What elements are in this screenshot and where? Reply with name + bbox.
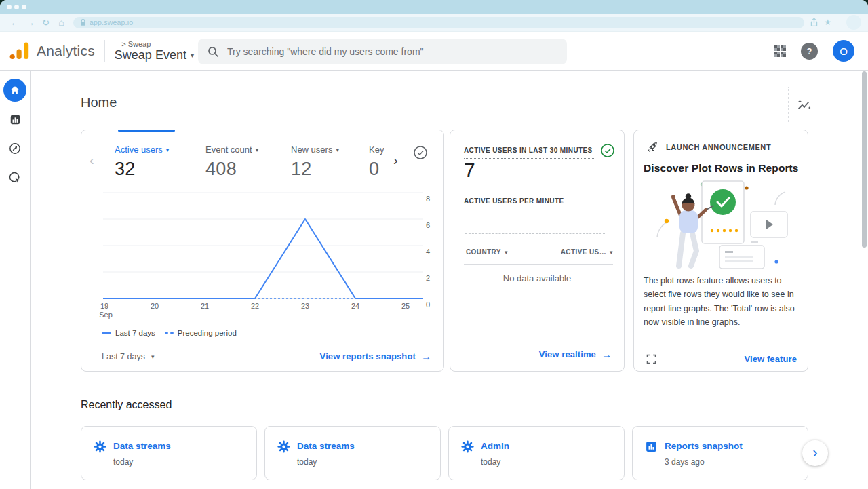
no-data-message: No data available	[450, 273, 624, 283]
svg-text:0: 0	[426, 300, 430, 309]
back-icon[interactable]: ←	[7, 18, 22, 27]
caret-down-icon: ▾	[166, 146, 170, 153]
view-reports-snapshot-link[interactable]: View reports snapshot→	[320, 351, 431, 362]
caret-down-icon: ▾	[336, 146, 339, 153]
active-users-column-header[interactable]: ACTIVE US…▾	[561, 248, 613, 256]
expand-icon[interactable]	[646, 354, 656, 364]
insights-panel-divider	[788, 87, 789, 123]
browser-window: ← → ↻ ⌂ app.sweap.io ★ Analytics -- > Sw…	[0, 0, 868, 489]
metric-selector[interactable]: Active users▾	[115, 144, 169, 155]
svg-text:6: 6	[426, 221, 430, 229]
svg-text:4: 4	[426, 248, 430, 256]
apps-grid-icon[interactable]	[774, 45, 786, 57]
announcement-body: The plot rows feature allows users to se…	[644, 274, 800, 329]
recent-item-time: today	[297, 457, 355, 467]
recent-item-data-streams-2[interactable]: Data streams today	[264, 426, 441, 480]
app-body: Home ‹ › Active users▾ 32 -	[0, 71, 868, 489]
view-realtime-link[interactable]: View realtime→	[539, 349, 612, 360]
recent-item-label: Data streams	[113, 440, 171, 452]
property-name: Sweap Event	[115, 48, 186, 62]
realtime-value: 7	[464, 159, 475, 182]
insights-button[interactable]	[795, 96, 813, 114]
forward-icon[interactable]: →	[22, 18, 38, 27]
announcement-divider	[634, 347, 808, 347]
address-bar[interactable]: app.sweap.io	[73, 17, 804, 28]
sidebar-item-advertising[interactable]	[3, 166, 26, 189]
arrow-right-icon: →	[421, 351, 431, 362]
recent-item-admin[interactable]: Admin today	[448, 426, 625, 480]
browser-profile-avatar[interactable]	[846, 15, 861, 30]
search-input[interactable]	[227, 46, 557, 57]
realtime-empty-baseline	[465, 233, 605, 234]
search-bar[interactable]	[198, 39, 567, 64]
rocket-icon	[646, 140, 659, 153]
metric-value: 32	[115, 159, 169, 180]
browser-toolbar: ← → ↻ ⌂ app.sweap.io ★	[0, 14, 868, 32]
country-column-header[interactable]: COUNTRY▾	[466, 248, 508, 256]
metric-active-users: Active users▾ 32 -	[115, 144, 169, 192]
window-minimize-dot[interactable]	[14, 5, 19, 9]
recent-item-label: Reports snapshot	[665, 440, 743, 452]
recently-accessed-title: Recently accessed	[81, 399, 172, 411]
metric-selector[interactable]: Key	[369, 144, 384, 155]
recent-item-label: Admin	[481, 440, 509, 452]
explore-icon	[8, 142, 22, 155]
realtime-quality-icon[interactable]	[600, 143, 615, 161]
header-divider	[104, 40, 105, 62]
product-name: Analytics	[37, 43, 95, 59]
recent-carousel-next-button[interactable]: ›	[802, 440, 828, 466]
gear-icon	[461, 440, 474, 453]
svg-text:20: 20	[151, 302, 159, 310]
scrollbar-thumb[interactable]	[862, 71, 867, 248]
recent-item-data-streams-1[interactable]: Data streams today	[81, 426, 257, 480]
carousel-tab-indicator	[118, 130, 175, 132]
main-content: Home ‹ › Active users▾ 32 -	[31, 71, 868, 489]
realtime-card: ACTIVE USERS IN LAST 30 MINUTES 7 ACTIVE…	[450, 130, 625, 372]
realtime-per-minute-label: ACTIVE USERS PER MINUTE	[464, 197, 564, 205]
window-close-dot[interactable]	[7, 5, 12, 9]
svg-text:19: 19	[100, 302, 108, 310]
share-icon[interactable]	[810, 18, 818, 27]
overview-card: ‹ › Active users▾ 32 - Event count▾ 408 …	[81, 130, 444, 372]
sidebar-item-explore[interactable]	[3, 137, 26, 160]
svg-text:23: 23	[301, 302, 309, 310]
app-header: Analytics -- > Sweap Sweap Event ▾ ? O	[0, 32, 868, 71]
user-avatar[interactable]: O	[833, 40, 854, 62]
help-icon[interactable]: ?	[801, 43, 818, 60]
gear-icon	[94, 440, 106, 453]
bookmark-star-icon[interactable]: ★	[824, 18, 831, 27]
property-selector[interactable]: -- > Sweap Sweap Event ▾	[115, 40, 194, 62]
recent-item-reports-snapshot[interactable]: Reports snapshot 3 days ago	[632, 426, 808, 480]
reload-icon[interactable]: ↻	[38, 18, 54, 27]
recent-item-time: 3 days ago	[665, 457, 743, 467]
view-feature-link[interactable]: View feature	[744, 354, 797, 364]
window-zoom-dot[interactable]	[22, 5, 26, 9]
metric-event-count: Event count▾ 408 -	[205, 144, 258, 192]
breadcrumb: -- > Sweap	[115, 40, 194, 48]
metric-new-users: New users▾ 12 -	[291, 144, 339, 192]
metric-selector[interactable]: New users▾	[291, 144, 339, 155]
overview-chart: 0246819Sep202122232425	[91, 191, 438, 319]
announcement-tag: LAUNCH ANNOUNCEMENT	[646, 140, 771, 153]
bar-chart-icon	[9, 113, 22, 126]
legend-last-7-days: Last 7 days	[102, 329, 155, 337]
caret-down-icon: ▾	[505, 249, 508, 256]
page-title: Home	[81, 95, 117, 111]
home-icon	[9, 84, 21, 96]
sidebar-item-reports[interactable]	[3, 108, 26, 131]
analytics-logo-bars	[9, 42, 30, 60]
carousel-prev-icon[interactable]: ‹	[90, 153, 94, 167]
svg-text:22: 22	[251, 302, 259, 310]
data-quality-icon[interactable]	[413, 145, 428, 163]
svg-text:8: 8	[426, 195, 430, 203]
sidebar-item-home[interactable]	[3, 79, 26, 102]
home-nav-icon[interactable]: ⌂	[54, 18, 69, 27]
date-range-selector[interactable]: Last 7 days ▾	[102, 352, 154, 361]
carousel-next-icon[interactable]: ›	[393, 153, 398, 167]
realtime-title[interactable]: ACTIVE USERS IN LAST 30 MINUTES	[464, 146, 594, 159]
search-icon	[208, 46, 219, 58]
analytics-logo-icon[interactable]	[9, 42, 30, 60]
browser-titlebar	[0, 0, 868, 14]
metric-selector[interactable]: Event count▾	[205, 144, 258, 155]
realtime-table-header: COUNTRY▾ ACTIVE US…▾	[466, 248, 613, 256]
